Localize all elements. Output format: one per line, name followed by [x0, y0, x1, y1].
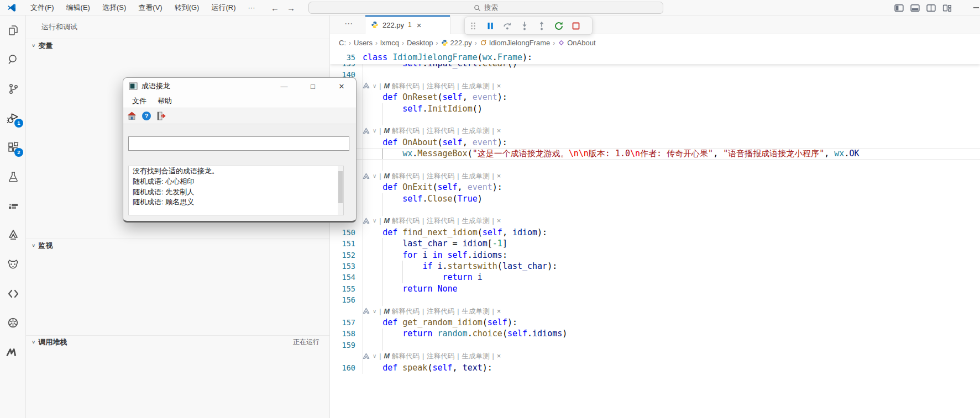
more-actions-icon[interactable]: ⋯: [344, 19, 353, 29]
global-search-input[interactable]: 搜索: [308, 2, 663, 14]
activity-source-control[interactable]: [0, 74, 26, 103]
codelens-actions[interactable]: ∨|M解释代码|注释代码|生成单测|×: [355, 351, 501, 362]
codelens-link[interactable]: 解释代码: [392, 81, 420, 92]
breadcrumb-item[interactable]: Users: [354, 39, 373, 47]
codelens-row[interactable]: ∨|M解释代码|注释代码|生成单测|×: [330, 306, 980, 317]
codelens-link[interactable]: 注释代码: [427, 125, 454, 136]
line-number[interactable]: 154: [330, 272, 355, 283]
codelens-row[interactable]: ∨|M解释代码|注释代码|生成单测|×: [330, 171, 980, 182]
app-menu-file[interactable]: 文件: [128, 96, 151, 106]
help-button-icon[interactable]: ?: [142, 111, 151, 121]
activity-code-brackets-extension[interactable]: [0, 279, 26, 308]
codelens-link[interactable]: 生成单测: [462, 351, 490, 362]
pause-button[interactable]: [485, 20, 496, 31]
codelens-row[interactable]: ∨|M解释代码|注释代码|生成单测|×: [330, 215, 980, 226]
step-out-button[interactable]: [536, 20, 547, 31]
code-line[interactable]: [330, 204, 980, 215]
menu-查看(V)[interactable]: 查看(V): [132, 2, 168, 14]
codelens-link[interactable]: 生成单测: [462, 125, 490, 136]
activity-run-debug[interactable]: 1: [0, 103, 26, 133]
step-into-button[interactable]: [519, 20, 530, 31]
breadcrumb-item[interactable]: C:: [339, 39, 346, 47]
code-line[interactable]: def OnExit(self, event):: [330, 182, 980, 193]
code-line[interactable]: 154 return i: [330, 272, 980, 283]
codelens-link[interactable]: 解释代码: [392, 215, 420, 226]
code-line[interactable]: 156: [330, 294, 980, 305]
codelens-close-icon[interactable]: ×: [497, 215, 501, 226]
codelens-link[interactable]: 生成单测: [462, 215, 490, 226]
code-line[interactable]: 150 def find_next_idiom(self, idiom):: [330, 227, 980, 238]
home-button-icon[interactable]: [127, 111, 137, 121]
code-area[interactable]: 139 self.input_ctrl.Clear()140∨|M解释代码|注释…: [330, 51, 980, 418]
line-number[interactable]: 159: [330, 340, 355, 351]
line-number[interactable]: 150: [330, 227, 355, 238]
menu-···[interactable]: ···: [242, 2, 261, 14]
code-line[interactable]: def OnReset(self, event):: [330, 92, 980, 103]
code-line[interactable]: 157 def get_random_idiom(self):: [330, 317, 980, 328]
codelens-link[interactable]: 解释代码: [392, 306, 420, 317]
code-line[interactable]: 158 return random.choice(self.idioms): [330, 328, 980, 339]
callstack-section-header[interactable]: ∨ 调用堆栈 正在运行: [26, 335, 329, 348]
tab-close-icon[interactable]: ×: [417, 20, 422, 30]
minimize-window-icon[interactable]: [973, 7, 979, 8]
watch-section-header[interactable]: ∨ 监视: [26, 239, 329, 252]
codelens-link[interactable]: 生成单测: [462, 171, 490, 182]
nav-back-icon[interactable]: ←: [271, 3, 279, 13]
codelens-link[interactable]: 注释代码: [427, 81, 454, 92]
idiom-input-field[interactable]: [128, 136, 349, 151]
step-over-button[interactable]: [502, 20, 513, 31]
activity-lingma-extension[interactable]: [0, 220, 26, 250]
activity-testing[interactable]: [0, 162, 26, 191]
list-scrollbar[interactable]: [338, 166, 343, 215]
codelens-actions[interactable]: ∨|M解释代码|注释代码|生成单测|×: [355, 125, 501, 136]
codelens-row[interactable]: ∨|M解释代码|注释代码|生成单测|×: [330, 351, 980, 362]
chevron-down-icon[interactable]: ∨: [373, 125, 376, 136]
breadcrumb-item[interactable]: lxmcq: [380, 39, 399, 47]
activity-pixel-flag-extension[interactable]: [0, 191, 26, 220]
activity-search[interactable]: [0, 45, 26, 74]
debug-drag-handle[interactable]: [468, 20, 479, 31]
codelens-row[interactable]: ∨|M解释代码|注释代码|生成单测|×: [330, 125, 980, 136]
codelens-actions[interactable]: ∨|M解释代码|注释代码|生成单测|×: [355, 81, 501, 92]
codelens-link[interactable]: 解释代码: [392, 171, 420, 182]
variables-section-header[interactable]: ∨ 变量: [26, 39, 329, 52]
menu-转到(G)[interactable]: 转到(G): [169, 2, 206, 14]
line-number[interactable]: 155: [330, 283, 355, 294]
codelens-close-icon[interactable]: ×: [497, 125, 501, 136]
app-titlebar[interactable]: 成语接龙 — □ ✕: [123, 78, 356, 94]
line-number[interactable]: 160: [330, 362, 355, 373]
code-line[interactable]: 151 last_char = idiom[-1]: [330, 238, 980, 249]
codelens-link[interactable]: 生成单测: [462, 81, 490, 92]
code-line[interactable]: 152 for i in self.idioms:: [330, 250, 980, 261]
breadcrumb-item[interactable]: Desktop: [407, 39, 433, 47]
chevron-down-icon[interactable]: ∨: [373, 351, 376, 362]
code-line[interactable]: [330, 114, 980, 125]
code-line[interactable]: 159: [330, 340, 980, 351]
nav-forward-icon[interactable]: →: [287, 3, 295, 13]
activity-raccoon-extension[interactable]: [0, 250, 26, 279]
line-number[interactable]: 158: [330, 328, 355, 339]
codelens-link[interactable]: 注释代码: [427, 215, 454, 226]
code-line[interactable]: def OnAbout(self, event):: [330, 137, 980, 148]
app-menu-help[interactable]: 帮助: [153, 96, 176, 106]
chevron-down-icon[interactable]: ∨: [373, 81, 376, 92]
code-line[interactable]: [330, 160, 980, 171]
activity-openai-extension[interactable]: [0, 308, 26, 337]
menu-选择(S)[interactable]: 选择(S): [96, 2, 132, 14]
breadcrumb-item-class[interactable]: IdiomJielongFrame: [480, 39, 551, 47]
code-line[interactable]: self.InitIdiom(): [330, 103, 980, 114]
code-line[interactable]: wx.MessageBox("这是一个成语接龙游戏。\n\n版本: 1.0\n作…: [330, 148, 980, 159]
codelens-link[interactable]: 解释代码: [392, 125, 420, 136]
line-number[interactable]: 153: [330, 261, 355, 272]
codelens-actions[interactable]: ∨|M解释代码|注释代码|生成单测|×: [355, 306, 501, 317]
code-line[interactable]: 160 def speak(self, text):: [330, 362, 980, 373]
codelens-close-icon[interactable]: ×: [497, 171, 501, 182]
codelens-link[interactable]: 解释代码: [392, 351, 420, 362]
menu-运行(R)[interactable]: 运行(R): [205, 2, 242, 14]
code-line[interactable]: 153 if i.startswith(last_char):: [330, 261, 980, 272]
tab-222py[interactable]: 222.py 1 ×: [365, 15, 450, 34]
codelens-link[interactable]: 生成单测: [462, 306, 490, 317]
codelens-actions[interactable]: ∨|M解释代码|注释代码|生成单测|×: [355, 171, 501, 182]
codelens-close-icon[interactable]: ×: [497, 306, 501, 317]
codelens-link[interactable]: 注释代码: [427, 351, 454, 362]
